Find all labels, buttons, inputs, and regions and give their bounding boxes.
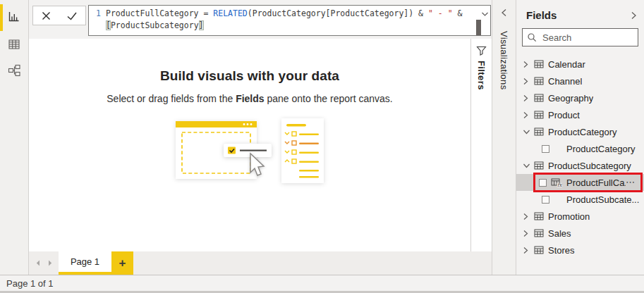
fields-search-input[interactable] xyxy=(541,32,633,44)
fields-item-table-calendar[interactable]: Calendar xyxy=(516,56,644,73)
filters-pane-label: Filters xyxy=(476,61,487,90)
collapse-fields-button[interactable] xyxy=(631,11,637,20)
chevron-down-icon xyxy=(523,163,530,168)
table-icon xyxy=(534,229,544,237)
formula-bar: 1ProductFullCategory = RELATED(ProductCa… xyxy=(29,0,492,39)
page-status-text: Page 1 of 1 xyxy=(6,278,54,289)
fields-item-calc-field-productfullca[interactable]: fxProductFullCa...⋯ xyxy=(516,174,644,191)
field-name: ProductCategory xyxy=(566,144,636,154)
chevron-right-icon xyxy=(523,61,528,68)
matched-bracket: [ xyxy=(106,20,111,30)
chevron-right-icon xyxy=(523,77,528,85)
visualizations-pane-label: Visualizations xyxy=(499,31,509,89)
table-name: Geography xyxy=(548,93,593,104)
formula-action-group xyxy=(32,6,86,25)
empty-canvas-illustration xyxy=(169,116,331,196)
field-name: ProductSubcate... xyxy=(566,194,639,205)
filter-funnel-icon xyxy=(476,46,487,56)
page-tab-bar: Page 1 + xyxy=(29,251,492,275)
field-checkbox[interactable] xyxy=(542,145,549,153)
table-name: Sales xyxy=(548,228,571,239)
view-nav-rail xyxy=(0,0,29,275)
chevron-left-icon xyxy=(501,8,507,17)
table-name: ProductCategory xyxy=(548,127,617,137)
cancel-formula-button[interactable] xyxy=(40,10,52,22)
table-icon xyxy=(534,127,544,136)
table-name: Calendar xyxy=(548,59,585,70)
fields-item-table-productsubcategory[interactable]: ProductSubcategory xyxy=(516,157,644,174)
fields-item-table-sales[interactable]: Sales xyxy=(516,225,644,242)
fields-search-box[interactable] xyxy=(522,28,638,46)
visualizations-pane-collapsed[interactable]: Visualizations xyxy=(492,0,516,275)
fields-item-field-productcategory[interactable]: ProductCategory xyxy=(516,140,644,157)
calculated-column-icon: fx xyxy=(551,178,562,187)
canvas-empty-subtitle: Select or drag fields from the Fields pa… xyxy=(29,93,470,104)
matched-bracket: ] xyxy=(199,20,204,30)
dax-string-literal: " - " xyxy=(428,8,453,18)
fields-item-table-product[interactable]: Product xyxy=(516,106,644,123)
more-options-icon[interactable]: ⋯ xyxy=(626,179,636,186)
fields-item-table-promotion[interactable]: Promotion xyxy=(516,208,644,225)
plus-icon: + xyxy=(119,256,126,270)
page-tab-nav xyxy=(29,251,59,275)
table-name: ProductSubcategory xyxy=(548,161,631,171)
fields-item-table-productcategory[interactable]: ProductCategory xyxy=(516,123,644,140)
powerbi-window: 1ProductFullCategory = RELATED(ProductCa… xyxy=(0,0,644,293)
commit-formula-button[interactable] xyxy=(66,10,78,22)
fields-item-field-productsubcate[interactable]: ProductSubcate... xyxy=(516,191,644,208)
chevron-right-icon xyxy=(523,111,528,119)
fields-pane-header: Fields xyxy=(516,0,644,27)
report-canvas[interactable]: Build visuals with your data Select or d… xyxy=(29,39,470,251)
filters-pane-collapsed[interactable]: Filters xyxy=(470,39,492,251)
fields-item-table-geography[interactable]: Geography xyxy=(516,89,644,106)
table-icon xyxy=(534,212,544,220)
field-checkbox[interactable] xyxy=(542,196,549,204)
page-tab-label: Page 1 xyxy=(71,256,99,267)
table-icon xyxy=(534,60,544,68)
formula-line-2: [ProductSubcategory] xyxy=(89,20,490,32)
dax-keyword: RELATED xyxy=(213,8,247,18)
table-name: Channel xyxy=(548,76,582,87)
table-icon xyxy=(534,77,544,85)
next-page-arrow-icon[interactable] xyxy=(48,260,52,266)
table-name: Promotion xyxy=(548,211,590,222)
chevron-right-icon xyxy=(631,11,637,20)
expand-visualizations-button[interactable] xyxy=(501,8,507,17)
fields-pane-title: Fields xyxy=(526,9,557,21)
new-page-button[interactable]: + xyxy=(111,251,133,275)
chevron-right-icon xyxy=(523,230,528,237)
field-checkbox[interactable] xyxy=(539,179,547,187)
table-icon xyxy=(534,246,544,254)
tab-page-1[interactable]: Page 1 xyxy=(59,251,111,275)
table-icon xyxy=(534,94,544,102)
table-icon xyxy=(534,161,544,170)
chevron-down-icon xyxy=(523,129,530,135)
table-name: Stores xyxy=(548,245,575,256)
data-view-icon xyxy=(7,37,21,54)
table-name: Product xyxy=(548,110,580,120)
data-view-button[interactable] xyxy=(0,35,28,57)
field-name: ProductFullCa... xyxy=(566,177,626,188)
chevron-right-icon xyxy=(523,247,528,254)
report-view-icon xyxy=(7,9,21,26)
table-icon xyxy=(534,111,544,119)
model-view-button[interactable] xyxy=(0,61,28,83)
fields-item-table-channel[interactable]: Channel xyxy=(516,73,644,89)
fields-item-table-stores[interactable]: Stores xyxy=(516,242,644,258)
report-view-button[interactable] xyxy=(0,6,28,29)
fields-list: CalendarChannelGeographyProductProductCa… xyxy=(516,56,644,258)
line-number: 1 xyxy=(92,8,101,20)
fields-pane: Fields CalendarChannelGeographyProductPr… xyxy=(516,0,644,275)
canvas-empty-title: Build visuals with your data xyxy=(29,68,470,84)
status-bar: Page 1 of 1 xyxy=(0,275,644,293)
expand-formula-bar-button[interactable] xyxy=(481,11,489,17)
formula-scrollbar-thumb[interactable] xyxy=(476,20,481,36)
formula-line-1: 1ProductFullCategory = RELATED(ProductCa… xyxy=(89,8,490,20)
svg-text:fx: fx xyxy=(557,182,562,187)
search-icon xyxy=(527,32,537,42)
chevron-right-icon xyxy=(523,213,528,220)
model-view-icon xyxy=(7,63,21,80)
dax-formula-input[interactable]: 1ProductFullCategory = RELATED(ProductCa… xyxy=(88,5,491,36)
previous-page-arrow-icon[interactable] xyxy=(36,260,40,266)
chevron-right-icon xyxy=(523,94,528,102)
